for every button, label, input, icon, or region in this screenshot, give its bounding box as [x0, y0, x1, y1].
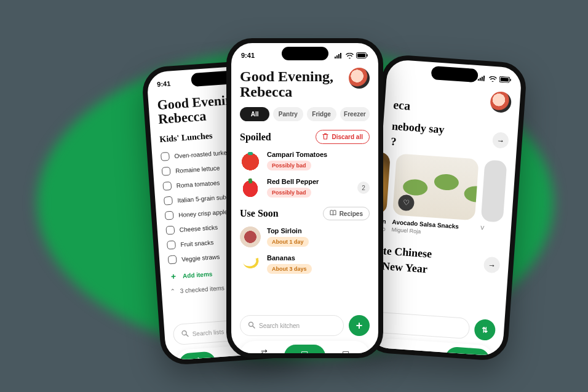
recipe-cards: ♥ icken o ♡ Avocado Salsa Snacks Miguel …	[362, 150, 507, 241]
phone-kitchen: 9:41 Good Evening, Rebecca All Pantry Fr…	[226, 38, 383, 358]
chip-all[interactable]: All	[240, 107, 269, 121]
add-button[interactable]: +	[349, 315, 370, 336]
list-item-label: Romaine lettuce	[175, 164, 220, 174]
svg-rect-22	[367, 54, 368, 57]
tab-recipes[interactable]: ▭ Recipes	[445, 346, 490, 361]
wifi-icon	[489, 76, 498, 82]
sliders-icon: ⇄	[261, 348, 268, 356]
book-icon: ▭	[464, 351, 472, 359]
checkbox-icon[interactable]	[162, 182, 172, 191]
tab-kitchen[interactable]: ▭ Kitchen	[284, 345, 325, 359]
recipe-image	[481, 159, 507, 222]
headline-line1: nebody say	[391, 120, 445, 137]
svg-rect-15	[510, 79, 511, 81]
filter-chips: All Pantry Fridge Freezer	[240, 107, 370, 121]
avatar[interactable]	[490, 91, 512, 113]
greeting-line1: Good Evening,	[240, 69, 333, 84]
food-row[interactable]: Campari Tomatoes Possibly bad	[240, 150, 370, 171]
plus-icon: +	[356, 319, 363, 332]
recipes-button[interactable]: Recipes	[323, 207, 370, 220]
phones-mockup: 9:41 Good Evening, Rebecca Kids' Lunches…	[0, 0, 588, 392]
checkbox-icon[interactable]	[161, 152, 170, 161]
food-image-tomato	[240, 150, 261, 171]
tab-label: Recipes	[457, 360, 477, 362]
food-name: Bananas	[267, 254, 312, 262]
svg-line-8	[186, 335, 188, 337]
signal-icon	[478, 75, 487, 81]
chip-freezer[interactable]: Freezer	[340, 107, 370, 121]
checkbox-icon[interactable]	[165, 226, 175, 235]
status-icons	[335, 52, 368, 58]
search-input[interactable]: Search kitchen	[240, 315, 344, 336]
recipes-button-label: Recipes	[340, 210, 363, 217]
avatar[interactable]	[349, 68, 370, 89]
chip-fridge[interactable]: Fridge	[307, 107, 336, 121]
screen-kitchen: Good Evening, Rebecca All Pantry Fridge …	[231, 68, 378, 358]
tab-lists[interactable]	[379, 349, 402, 358]
recipe-image: ♡	[392, 153, 479, 220]
next-button[interactable]: →	[492, 132, 509, 149]
favorite-button[interactable]: ♡	[398, 194, 415, 212]
sliders-icon: ⇅	[482, 326, 488, 335]
checkbox-icon[interactable]	[167, 241, 176, 250]
food-name: Red Bell Pepper	[267, 178, 319, 185]
greeting: Good Evening, eca	[393, 86, 472, 117]
tab-lists[interactable]: ⇄ Lists	[178, 351, 217, 366]
tab-bar: ⇄ Lists ▭ Kitchen ▭ Recipes	[240, 341, 370, 358]
checkbox-icon[interactable]	[164, 196, 173, 206]
tab-label: Kitchen	[295, 358, 314, 359]
greeting-line2: Rebecca	[240, 84, 333, 100]
arrow-right-icon: →	[488, 260, 496, 270]
tab-recipes[interactable]: ▭ Recipes	[325, 345, 366, 359]
headline: nebody say ?	[391, 118, 445, 152]
status-time: 9:41	[241, 52, 255, 59]
recipe-card[interactable]: V	[480, 159, 507, 240]
sliders-icon: ⇄	[194, 356, 201, 364]
status-badge: About 1 day	[267, 237, 309, 247]
chip-pantry[interactable]: Pantry	[273, 107, 303, 121]
discard-all-button[interactable]: Discard all	[316, 130, 370, 144]
greeting-tail: eca	[393, 98, 472, 117]
svg-rect-16	[335, 57, 336, 58]
status-time: 9:41	[157, 80, 171, 89]
food-row[interactable]: Top Sirloin About 1 day	[240, 226, 370, 247]
battery-icon	[356, 52, 368, 58]
checkbox-icon[interactable]	[165, 211, 174, 220]
fridge-icon: ▭	[230, 353, 238, 362]
food-name: Campari Tomatoes	[267, 151, 327, 158]
list-item-label: Honey crisp apples	[178, 208, 231, 218]
promo-line1: te Chinese	[383, 244, 432, 260]
svg-rect-10	[480, 78, 481, 81]
food-name: Top Sirloin	[267, 227, 309, 234]
trash-icon	[322, 133, 328, 141]
phone-recipes: Good Evening, eca nebody say ? → ♥ icken	[362, 54, 527, 361]
status-badge: Possibly bad	[267, 161, 311, 170]
next-button[interactable]: →	[483, 257, 501, 274]
list-item-label: Cheese sticks	[179, 223, 218, 233]
tab-kitchen[interactable]: ▭ Kitchen	[401, 343, 447, 361]
section-spoiled-title: Spoiled	[240, 132, 271, 143]
search-placeholder: Search kitchen	[259, 322, 300, 329]
tab-label: Re	[267, 359, 274, 366]
greeting: Good Evening, Rebecca	[240, 69, 333, 100]
food-row[interactable]: Bananas About 3 days	[240, 254, 370, 274]
svg-rect-14	[501, 78, 509, 82]
checkbox-icon[interactable]	[162, 167, 171, 176]
tab-lists[interactable]: ⇄ Lists	[244, 345, 284, 359]
svg-rect-21	[357, 54, 365, 57]
food-row[interactable]: Red Bell Pepper Possibly bad 2	[240, 177, 370, 198]
add-items-label: Add items	[183, 270, 213, 279]
food-image-pepper	[240, 177, 261, 198]
status-badge: About 3 days	[267, 264, 312, 274]
book-icon	[330, 210, 336, 217]
battery-icon	[499, 76, 512, 83]
sort-button[interactable]: ⇅	[474, 319, 496, 341]
tab-label: Lists	[258, 358, 270, 359]
checkbox-icon[interactable]	[168, 255, 177, 265]
recipe-card[interactable]: ♡ Avocado Salsa Snacks Miguel Roja	[391, 153, 479, 238]
list-item-label: Veggie straws	[181, 253, 220, 262]
svg-rect-11	[482, 76, 483, 81]
search-icon	[181, 329, 189, 338]
chevron-up-icon: ⌃	[170, 288, 175, 295]
search-placeholder: Search lists	[192, 328, 224, 337]
